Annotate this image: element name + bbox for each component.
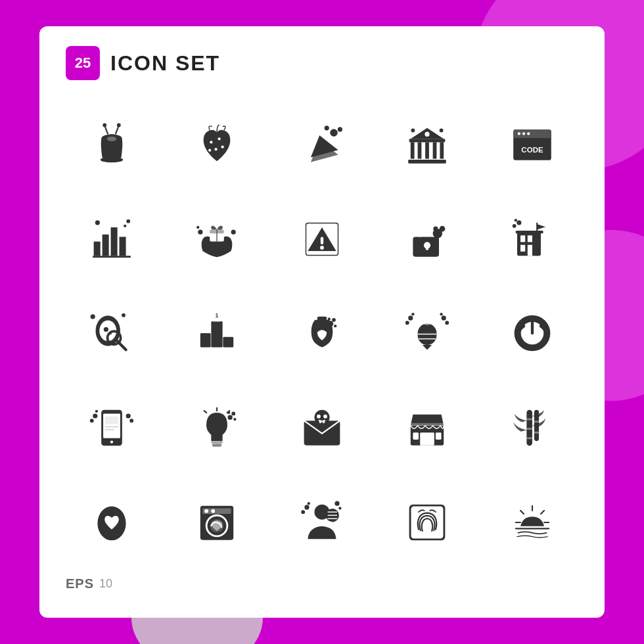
- svg-rect-78: [317, 317, 327, 321]
- icon-cell-sunset: [486, 482, 578, 563]
- svg-point-42: [198, 229, 202, 234]
- icon-cell-bamboo: [486, 387, 578, 469]
- svg-rect-85: [421, 317, 432, 325]
- svg-rect-57: [528, 235, 532, 242]
- svg-line-110: [204, 411, 207, 413]
- bamboo-icon: [509, 404, 556, 451]
- love-potion-icon: [298, 310, 346, 357]
- svg-point-112: [228, 415, 233, 420]
- svg-rect-60: [516, 231, 543, 233]
- icon-cell-bank: [381, 104, 473, 185]
- icon-cell-podium: 1: [171, 293, 263, 375]
- svg-point-147: [334, 501, 339, 506]
- footer-eps-label: EPS: [66, 576, 94, 591]
- svg-point-62: [517, 220, 521, 225]
- svg-rect-125: [436, 432, 442, 440]
- svg-rect-131: [534, 410, 539, 442]
- svg-rect-132: [534, 421, 539, 423]
- svg-point-63: [513, 224, 517, 228]
- shop-icon: [403, 404, 451, 451]
- svg-point-106: [95, 410, 98, 413]
- svg-point-90: [405, 321, 409, 325]
- podium-icon: 1: [193, 310, 241, 357]
- icon-cell-locked-bag: [381, 198, 473, 280]
- fingerprint-icon: [403, 499, 451, 546]
- svg-rect-120: [319, 421, 322, 423]
- icon-cell-mobile-payment: [66, 387, 158, 469]
- svg-point-44: [196, 226, 199, 229]
- icon-cell-strawberry: [171, 104, 263, 185]
- icon-cell-smart-bulb: [171, 387, 263, 469]
- icon-cell-warning: [276, 198, 368, 280]
- svg-point-37: [126, 219, 130, 223]
- svg-text:1: 1: [216, 313, 219, 319]
- icon-cell-coconut-drink: [66, 104, 158, 185]
- svg-point-43: [231, 229, 236, 234]
- svg-point-67: [104, 327, 108, 332]
- code-window-icon: CODE: [509, 121, 556, 168]
- egg-search-icon: [88, 310, 135, 357]
- svg-rect-15: [408, 160, 446, 164]
- svg-rect-74: [200, 333, 211, 348]
- icon-cell-tech-person: [276, 482, 368, 563]
- svg-rect-124: [413, 432, 419, 440]
- icon-cell-egg-search: [66, 293, 158, 375]
- svg-point-91: [445, 321, 449, 325]
- svg-rect-107: [211, 441, 222, 444]
- bar-chart-icon: [88, 216, 135, 263]
- svg-point-80: [332, 318, 336, 322]
- icon-grid: CODE: [66, 104, 578, 563]
- svg-point-4: [103, 123, 106, 127]
- svg-point-27: [518, 132, 520, 135]
- svg-point-11: [208, 149, 211, 151]
- icon-cell-bar-chart: [66, 198, 158, 280]
- heart-egg-icon: [88, 499, 135, 546]
- svg-line-154: [520, 511, 524, 514]
- icon-cell-shop: [381, 387, 473, 469]
- svg-point-115: [233, 418, 236, 421]
- svg-rect-20: [440, 142, 444, 158]
- bank-icon: [403, 121, 451, 168]
- svg-point-23: [411, 128, 415, 132]
- icon-cell-gift-hands: [171, 198, 263, 280]
- icon-cell-heart-egg: [66, 482, 158, 563]
- svg-rect-33: [111, 227, 118, 256]
- svg-point-103: [126, 414, 131, 419]
- svg-point-148: [301, 510, 305, 514]
- svg-rect-21: [409, 139, 446, 142]
- strawberry-icon: [193, 121, 241, 168]
- sunset-icon: [509, 499, 556, 546]
- svg-point-118: [317, 415, 321, 419]
- icon-cell-power: [486, 293, 578, 375]
- svg-line-155: [541, 511, 544, 514]
- icon-cell-washing-machine: [171, 482, 263, 563]
- svg-point-93: [440, 313, 442, 316]
- svg-point-29: [527, 132, 530, 135]
- svg-point-146: [304, 505, 309, 509]
- svg-point-88: [408, 316, 413, 321]
- svg-rect-129: [526, 428, 532, 430]
- svg-rect-59: [528, 244, 532, 256]
- svg-rect-126: [411, 423, 444, 426]
- header-badge: 25: [66, 46, 100, 80]
- warning-triangle-icon: [298, 216, 346, 263]
- svg-point-149: [308, 502, 310, 505]
- svg-point-9: [214, 148, 217, 150]
- coconut-drink-icon: [88, 121, 135, 168]
- header: 25 ICON SET: [66, 46, 578, 80]
- svg-point-71: [91, 315, 95, 319]
- svg-point-6: [107, 137, 116, 141]
- svg-rect-99: [105, 417, 118, 425]
- svg-rect-51: [426, 245, 428, 250]
- svg-point-114: [227, 411, 230, 414]
- svg-point-72: [122, 313, 126, 317]
- svg-rect-108: [212, 444, 221, 447]
- svg-point-13: [338, 127, 342, 131]
- svg-rect-121: [323, 421, 325, 423]
- gift-hands-icon: [193, 216, 241, 263]
- icon-cell-ice-cream-pencil: [381, 293, 473, 375]
- svg-marker-84: [423, 345, 432, 350]
- svg-point-137: [204, 509, 208, 513]
- svg-rect-32: [103, 234, 109, 255]
- svg-point-102: [93, 414, 97, 419]
